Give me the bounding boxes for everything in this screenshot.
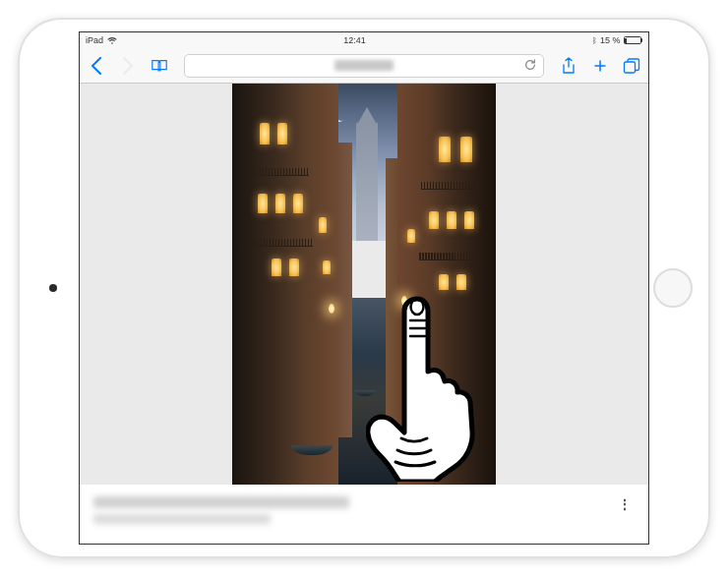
share-button[interactable] bbox=[560, 57, 577, 75]
image-caption-bar: ⋮ bbox=[80, 485, 648, 536]
page-content: ⋮ bbox=[80, 84, 648, 544]
bluetooth-icon: ᛒ bbox=[592, 36, 597, 45]
device-label: iPad bbox=[86, 35, 103, 45]
status-time: 12:41 bbox=[117, 35, 592, 45]
more-options-button[interactable]: ⋮ bbox=[614, 496, 635, 512]
back-button[interactable] bbox=[88, 57, 105, 75]
wifi-icon bbox=[107, 36, 117, 44]
battery-text: 15 % bbox=[600, 35, 621, 45]
status-bar: iPad 12:41 ᛒ 15 % bbox=[80, 32, 648, 48]
svg-rect-0 bbox=[625, 62, 636, 73]
new-tab-button[interactable] bbox=[591, 58, 609, 74]
safari-toolbar bbox=[80, 48, 648, 84]
caption-text-blurred bbox=[93, 496, 349, 524]
image-viewer: ⋮ bbox=[80, 84, 648, 544]
front-camera bbox=[49, 284, 57, 292]
ipad-frame: iPad 12:41 ᛒ 15 % bbox=[18, 18, 710, 558]
battery-icon bbox=[624, 36, 643, 44]
address-text-blurred bbox=[334, 60, 394, 71]
home-button[interactable] bbox=[653, 268, 693, 308]
reload-button[interactable] bbox=[523, 58, 537, 74]
tabs-button[interactable] bbox=[623, 58, 640, 74]
screen: iPad 12:41 ᛒ 15 % bbox=[79, 31, 649, 545]
forward-button bbox=[119, 57, 137, 75]
address-bar[interactable] bbox=[184, 54, 544, 78]
displayed-image[interactable] bbox=[232, 84, 496, 485]
image-frame bbox=[80, 84, 648, 485]
bookmarks-button[interactable] bbox=[151, 58, 168, 74]
